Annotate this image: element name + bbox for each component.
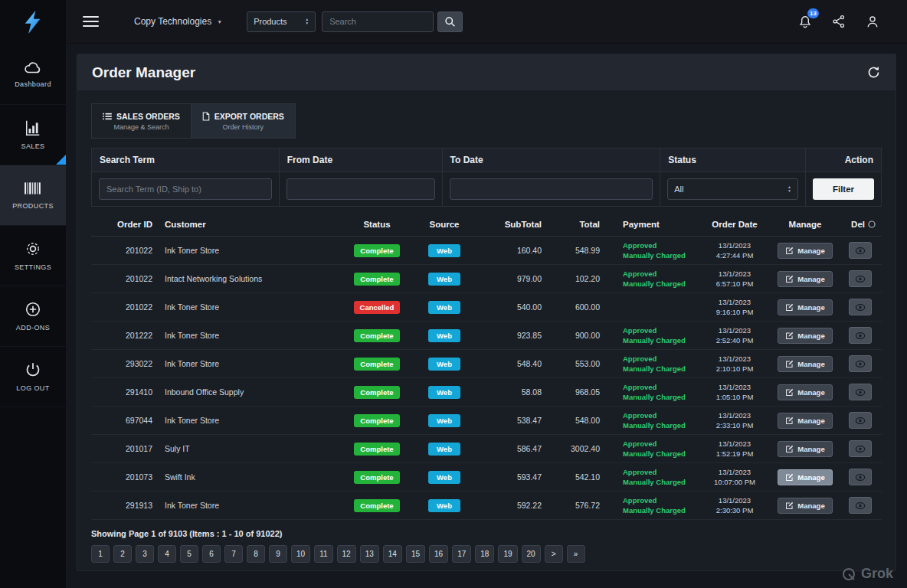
manage-button[interactable]: Manage xyxy=(778,384,832,400)
del-cell xyxy=(839,435,882,463)
source-badge: Web xyxy=(428,301,460,314)
search-button[interactable] xyxy=(437,11,463,32)
sidebar-item-logout[interactable]: LOG OUT xyxy=(0,347,66,407)
page-button[interactable]: 6 xyxy=(202,545,221,563)
products-select[interactable]: Products ▲▼ xyxy=(247,11,316,32)
table-row: 201022Ink Toner StoreCompleteWeb160.4054… xyxy=(91,237,882,265)
status-select[interactable]: All ▲▼ xyxy=(667,178,798,200)
view-order-button[interactable] xyxy=(849,384,872,400)
page-button[interactable]: 12 xyxy=(337,545,356,563)
source-cell: Web xyxy=(414,237,474,265)
page-button[interactable]: 18 xyxy=(475,545,494,563)
manage-button[interactable]: Manage xyxy=(778,328,832,344)
payment-cell: ApprovedManually Charged xyxy=(606,378,698,407)
page-button[interactable]: > xyxy=(545,545,563,563)
view-order-button[interactable] xyxy=(849,242,872,259)
info-icon xyxy=(868,220,876,228)
search-term-input[interactable] xyxy=(99,178,272,200)
status-cell: Complete xyxy=(339,435,414,463)
order-id-cell: 201022 xyxy=(91,293,159,322)
page-button[interactable]: 3 xyxy=(136,545,154,563)
manage-button[interactable]: Manage xyxy=(778,413,832,429)
view-order-button[interactable] xyxy=(849,270,872,287)
sidebar-item-settings[interactable]: SETTINGS xyxy=(0,226,66,286)
manage-button[interactable]: Manage xyxy=(778,299,832,315)
del-cell xyxy=(839,407,882,435)
tab-export-orders[interactable]: EXPORT ORDERS Order History xyxy=(192,103,296,139)
edit-icon xyxy=(785,416,794,425)
page-button[interactable]: 7 xyxy=(224,545,243,563)
page-button[interactable]: 15 xyxy=(406,545,425,563)
page-button[interactable]: 14 xyxy=(383,545,402,563)
table-row: 201022Intact Networking SolutionsComplet… xyxy=(91,265,882,293)
eye-icon xyxy=(855,473,866,482)
page-button[interactable]: 20 xyxy=(522,545,541,563)
payment-cell: ApprovedManually Charged xyxy=(606,407,698,435)
customer-cell: Ink Toner Store xyxy=(159,322,339,350)
edit-icon xyxy=(785,247,794,255)
view-order-button[interactable] xyxy=(849,497,872,514)
from-date-input[interactable] xyxy=(287,178,435,200)
view-order-button[interactable] xyxy=(849,299,872,315)
subtotal-cell: 160.40 xyxy=(474,237,548,265)
page-button[interactable]: 16 xyxy=(429,545,448,563)
del-cell xyxy=(839,378,882,407)
status-cell: Complete xyxy=(339,407,414,435)
eye-icon xyxy=(855,445,866,453)
manage-button[interactable]: Manage xyxy=(778,243,832,259)
sidebar-item-products[interactable]: PRODUCTS xyxy=(0,165,66,226)
to-date-input[interactable] xyxy=(450,178,653,200)
status-badge: Cancelled xyxy=(354,301,401,314)
page-button[interactable]: 4 xyxy=(158,545,176,563)
manage-button[interactable]: Manage xyxy=(778,356,832,372)
account-button[interactable] xyxy=(866,15,879,29)
filter-button[interactable]: Filter xyxy=(813,178,874,200)
view-order-button[interactable] xyxy=(849,440,872,457)
del-cell xyxy=(839,265,882,293)
manage-button[interactable]: Manage xyxy=(778,498,832,514)
sidebar-item-addons[interactable]: ADD-ONS xyxy=(0,286,66,347)
edit-icon xyxy=(785,332,794,340)
tab-sales-orders[interactable]: SALES ORDERS Manage & Search xyxy=(91,103,192,139)
eye-icon xyxy=(855,388,866,397)
page-button[interactable]: 10 xyxy=(291,545,310,563)
share-button[interactable] xyxy=(832,15,846,28)
status-cell: Complete xyxy=(339,350,414,378)
view-order-button[interactable] xyxy=(849,355,872,372)
view-order-button[interactable] xyxy=(849,327,872,344)
status-badge: Complete xyxy=(354,273,399,286)
manage-button[interactable]: Manage xyxy=(778,271,832,287)
page-button[interactable]: 11 xyxy=(314,545,332,563)
manage-button[interactable]: Manage xyxy=(778,441,832,457)
view-order-button[interactable] xyxy=(849,469,872,485)
page-button[interactable]: 1 xyxy=(91,545,110,563)
page-button[interactable]: 5 xyxy=(180,545,198,563)
source-badge: Web xyxy=(428,358,460,371)
page-button[interactable]: 9 xyxy=(269,545,287,563)
global-search-input[interactable] xyxy=(322,11,434,32)
sidebar-item-sales[interactable]: SALES xyxy=(0,105,66,165)
notifications-button[interactable]: 13 xyxy=(798,15,812,29)
sidebar-item-label: Dashboard xyxy=(15,80,51,88)
sidebar-item-dashboard[interactable]: Dashboard xyxy=(0,44,66,105)
status-badge: Complete xyxy=(354,244,399,257)
tab-bar: SALES ORDERS Manage & Search EXPORT ORDE… xyxy=(91,103,882,139)
filter-bar: Search Term From Date To Date Status Act… xyxy=(91,148,882,207)
page-button[interactable]: 8 xyxy=(247,545,265,563)
table-row: 697044Ink Toner StoreCompleteWeb538.4754… xyxy=(91,407,882,435)
page-button[interactable]: 19 xyxy=(498,545,517,563)
page-button[interactable]: » xyxy=(567,545,585,563)
page-button[interactable]: 13 xyxy=(360,545,379,563)
menu-icon[interactable] xyxy=(83,16,99,27)
page-button[interactable]: 2 xyxy=(113,545,132,563)
edit-icon xyxy=(785,360,794,368)
page-button[interactable]: 17 xyxy=(452,545,471,563)
view-order-button[interactable] xyxy=(849,412,872,429)
manage-cell: Manage xyxy=(771,322,839,350)
manage-button[interactable]: Manage xyxy=(778,469,832,485)
app-logo[interactable] xyxy=(0,0,66,44)
refresh-button[interactable] xyxy=(866,65,881,80)
company-dropdown[interactable]: Copy Technologies ▼ xyxy=(134,16,222,27)
status-cell: Complete xyxy=(339,463,414,492)
total-cell: 600.00 xyxy=(548,293,606,322)
